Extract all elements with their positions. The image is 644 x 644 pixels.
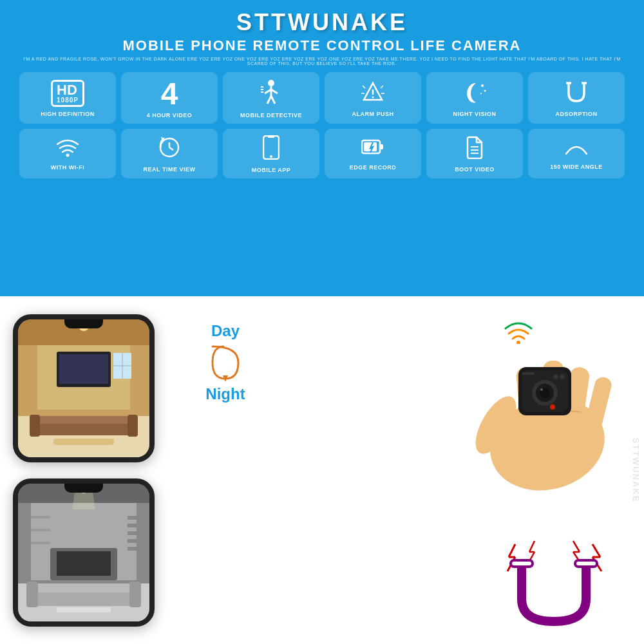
night-label: Night (205, 385, 245, 403)
feature-boot: BOOT VIDEO (426, 129, 523, 178)
number4-icon: 4 (161, 79, 178, 109)
feature-app-label: MOBILE APP (252, 167, 291, 173)
svg-rect-26 (268, 137, 274, 138)
phone-icon (263, 135, 279, 163)
svg-point-89 (550, 404, 555, 410)
svg-line-24 (169, 147, 173, 150)
right-section: Day Night (167, 296, 644, 644)
feature-hd-label: HIGH DEFINITION (41, 111, 95, 117)
svg-rect-66 (128, 524, 140, 527)
phone-bw (13, 478, 155, 627)
feature-hd: HD 1080P HIGH DEFINITION (19, 72, 116, 124)
svg-point-0 (268, 80, 274, 86)
feature-realtime: REAL TIME VIEW (121, 129, 218, 178)
day-night-indicator: Day Night (200, 322, 251, 403)
alarm-icon (361, 80, 384, 107)
features-row1: HD 1080P HIGH DEFINITION 4 4 HOUR VIDEO (13, 72, 631, 124)
magnet-section (496, 538, 612, 628)
feature-adsorption: ADSORPTION (528, 72, 625, 124)
feature-motion: MOBILE DETECTIVE (223, 72, 319, 124)
svg-line-91 (509, 544, 515, 557)
svg-rect-65 (128, 516, 140, 520)
svg-point-21 (66, 154, 70, 157)
feature-app: MOBILE APP (223, 129, 319, 178)
feature-night: NIGHT VISION (426, 72, 523, 124)
svg-rect-64 (57, 607, 111, 612)
svg-line-100 (573, 541, 580, 552)
svg-rect-69 (128, 547, 140, 551)
bottom-section: Day Night (0, 296, 644, 644)
svg-point-27 (270, 155, 272, 158)
hand-camera-section (393, 303, 638, 509)
feature-night-label: NIGHT VISION (453, 111, 496, 117)
svg-line-4 (267, 96, 271, 104)
svg-rect-67 (128, 531, 140, 535)
feature-motion-label: MOBILE DETECTIVE (240, 112, 302, 118)
svg-rect-56 (57, 551, 111, 576)
svg-line-12 (363, 86, 365, 88)
svg-point-16 (481, 84, 484, 87)
svg-rect-58 (31, 529, 50, 531)
feature-wifi-label: WITH WI-FI (51, 164, 84, 171)
svg-rect-42 (31, 416, 137, 424)
brand-name: STTWUNAKE (13, 9, 631, 36)
svg-line-5 (271, 96, 275, 104)
product-banner: STTWUNAKE MOBILE PHONE REMOTE CONTROL LI… (0, 0, 644, 296)
cycle-arrows (200, 340, 251, 385)
product-title: MOBILE PHONE REMOTE CONTROL LIFE CAMERA (13, 37, 631, 54)
svg-rect-43 (30, 415, 40, 437)
svg-rect-62 (26, 582, 38, 607)
feature-adsorption-label: ADSORPTION (555, 111, 597, 117)
svg-rect-29 (380, 144, 383, 149)
feature-4hour: 4 4 HOUR VIDEO (121, 72, 218, 124)
banner-subtitle: I'M A RED AND FRAGILE ROSE, WON'T GROW I… (13, 57, 631, 66)
clock-icon (158, 136, 181, 162)
battery-icon (361, 138, 384, 160)
phone-color (13, 314, 155, 462)
svg-line-13 (381, 86, 383, 88)
svg-rect-44 (128, 415, 138, 437)
features-row2: WITH WI-FI REAL TIME VIEW (13, 129, 631, 178)
day-label: Day (211, 322, 240, 340)
feature-edge: EDGE RECORD (325, 129, 421, 178)
feature-wifi: WITH WI-FI (19, 129, 116, 178)
svg-rect-57 (31, 516, 50, 518)
svg-rect-39 (59, 354, 108, 384)
hand-svg (393, 303, 638, 509)
svg-rect-45 (53, 439, 114, 445)
watermark: STTWUNAKE (631, 437, 641, 502)
feature-alarm: ALARM PUSH (325, 72, 421, 124)
hd-icon: HD 1080P (51, 80, 84, 107)
feature-wide-label: 150 WIDE ANGLE (550, 164, 603, 170)
night-icon (462, 80, 488, 107)
svg-point-11 (372, 96, 374, 98)
feature-realtime-label: REAL TIME VIEW (144, 166, 196, 173)
svg-rect-90 (522, 372, 535, 375)
svg-line-94 (592, 544, 600, 557)
svg-point-18 (480, 93, 482, 94)
magnet-svg (496, 538, 612, 628)
svg-point-86 (540, 388, 543, 391)
svg-point-17 (484, 90, 486, 91)
phone-notch-bw (64, 484, 103, 493)
feature-edge-label: EDGE RECORD (350, 164, 397, 171)
svg-rect-63 (129, 582, 141, 607)
feature-alarm-label: ALARM PUSH (352, 111, 394, 117)
person-icon (260, 79, 283, 108)
feature-wide: 150 WIDE ANGLE (528, 129, 625, 178)
magnet-top-icon (565, 80, 588, 107)
angle-icon (564, 138, 589, 160)
feature-4hour-label: 4 HOUR VIDEO (147, 112, 193, 118)
svg-rect-68 (128, 539, 140, 543)
phone-screen-color (18, 319, 149, 457)
phone-screen-bw (18, 484, 149, 621)
svg-point-88 (560, 374, 565, 379)
svg-point-87 (553, 374, 558, 379)
phone-notch-color (64, 319, 103, 328)
svg-rect-61 (28, 583, 140, 592)
phones-column (0, 296, 167, 644)
sd-icon (465, 136, 484, 162)
feature-boot-label: BOOT VIDEO (455, 166, 495, 173)
svg-line-97 (529, 541, 535, 552)
wifi-icon (56, 138, 79, 160)
